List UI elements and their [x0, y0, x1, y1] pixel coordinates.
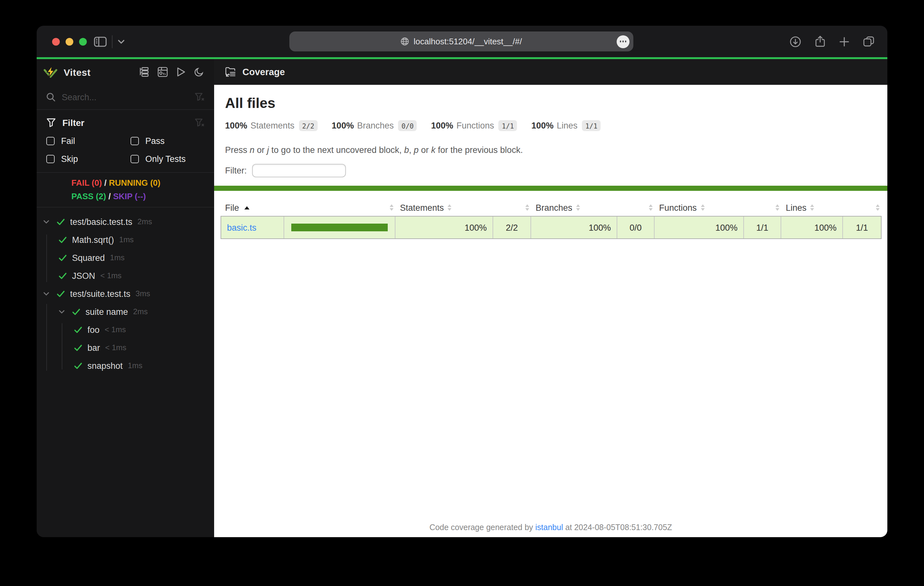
fraction-badge: 1/1	[499, 120, 517, 131]
toolbar-divider	[112, 35, 112, 48]
tree-item-file[interactable]: test/basic.test.ts 2ms	[37, 213, 214, 230]
tree-item-test[interactable]: foo < 1ms	[37, 321, 214, 339]
checkbox-label: Only Tests	[145, 154, 186, 164]
pass-check-icon	[74, 362, 87, 369]
coverage-panel: Coverage All files 100%Statements2/2 100…	[214, 59, 887, 537]
minimize-window-button[interactable]	[66, 38, 73, 45]
close-window-button[interactable]	[52, 38, 60, 45]
coverage-summary: 100%Statements2/2 100%Branches0/0 100%Fu…	[225, 120, 876, 131]
tree-item-test[interactable]: Math.sqrt() 1ms	[37, 230, 214, 249]
sort-icon[interactable]	[810, 204, 814, 211]
pass-check-icon	[74, 326, 87, 333]
dashboard-icon[interactable]	[158, 67, 168, 77]
statements-raw-cell: 2/2	[493, 217, 531, 239]
filter-checkbox-only-tests[interactable]: Only Tests	[130, 154, 205, 164]
address-bar[interactable]: localhost:51204/__vitest__/#/	[289, 31, 634, 51]
coverage-status-strip	[214, 186, 887, 191]
checkbox-icon[interactable]	[130, 137, 139, 145]
filter-section-title: Filter	[63, 118, 84, 128]
chevron-down-icon[interactable]	[43, 219, 56, 224]
checkbox-label: Fail	[61, 136, 75, 146]
chevron-down-icon[interactable]	[118, 39, 125, 44]
new-tab-icon[interactable]	[839, 36, 850, 46]
tree-item-test[interactable]: JSON < 1ms	[37, 267, 214, 285]
test-duration: 3ms	[136, 289, 150, 298]
test-duration: 1ms	[119, 235, 134, 244]
chevron-down-icon[interactable]	[58, 309, 72, 314]
coverage-title: Coverage	[243, 67, 285, 77]
tree-item-test[interactable]: snapshot 1ms	[37, 357, 214, 375]
keyboard-hint: Press n or j to go to the next uncovered…	[225, 145, 876, 155]
checkbox-icon[interactable]	[46, 155, 54, 163]
coverage-bar	[291, 224, 388, 231]
summary-line-2: PASS (2) / SKIP (--)	[71, 189, 214, 203]
branches-pct-cell: 100%	[531, 217, 617, 239]
share-icon[interactable]	[815, 35, 826, 48]
column-header-branches[interactable]: Branches	[531, 203, 655, 212]
filter-checkbox-fail[interactable]: Fail	[46, 136, 130, 146]
dark-mode-icon[interactable]	[194, 67, 204, 77]
checkbox-icon[interactable]	[130, 155, 139, 163]
test-label: suite name	[86, 307, 128, 316]
column-header-file[interactable]: File	[221, 203, 396, 212]
tree-item-suite[interactable]: suite name 2ms	[37, 303, 214, 321]
column-header-lines[interactable]: Lines	[781, 203, 881, 212]
column-header-statements[interactable]: Statements	[396, 203, 531, 212]
chevron-down-icon[interactable]	[43, 291, 56, 296]
zoom-window-button[interactable]	[79, 38, 87, 45]
sort-icon[interactable]	[576, 204, 580, 211]
sort-icon[interactable]	[525, 204, 529, 211]
sort-asc-icon	[244, 206, 249, 209]
test-duration: 1ms	[128, 361, 142, 370]
search-input[interactable]	[62, 92, 188, 102]
statements-pct-cell: 100%	[396, 217, 493, 239]
file-cell: basic.ts	[221, 217, 284, 239]
lines-pct-cell: 100%	[781, 217, 843, 239]
checkbox-label: Skip	[61, 154, 78, 164]
downloads-icon[interactable]	[790, 36, 801, 47]
sidebar-toggle-icon[interactable]	[94, 37, 107, 47]
file-link[interactable]: basic.ts	[227, 223, 257, 232]
column-header-functions[interactable]: Functions	[655, 203, 781, 212]
tree-guide-line	[46, 235, 47, 282]
summary-functions: 100%Functions1/1	[431, 120, 517, 131]
test-label: foo	[87, 325, 100, 334]
filter-label: Filter:	[225, 166, 247, 175]
coverage-footer: Code coverage generated by istanbul at 2…	[214, 523, 887, 532]
summary-line-1: FAIL (0) / RUNNING (0)	[71, 176, 214, 189]
sort-icon[interactable]	[448, 204, 452, 211]
globe-icon	[401, 37, 409, 46]
test-duration: 2ms	[133, 307, 148, 316]
pass-check-icon	[58, 272, 72, 279]
sort-icon[interactable]	[649, 204, 653, 211]
sort-icon[interactable]	[389, 204, 394, 211]
collapse-tree-icon[interactable]	[139, 67, 149, 77]
checkbox-icon[interactable]	[46, 137, 54, 145]
tree-item-test[interactable]: bar < 1ms	[37, 339, 214, 357]
running-count: RUNNING (0)	[109, 178, 160, 188]
fraction-badge: 1/1	[582, 120, 601, 131]
clear-filters-icon[interactable]	[195, 118, 205, 127]
test-duration: < 1ms	[105, 325, 126, 334]
clear-search-filter-icon[interactable]	[195, 92, 205, 102]
tab-overview-icon[interactable]	[863, 36, 874, 47]
filter-icon	[46, 118, 56, 127]
istanbul-link[interactable]: istanbul	[535, 523, 563, 532]
sort-icon[interactable]	[776, 204, 779, 211]
filter-checkbox-pass[interactable]: Pass	[130, 136, 205, 146]
fail-count: FAIL (0)	[71, 178, 102, 188]
table-row: basic.ts 100% 2/2 100% 0/0 100% 1/1 100%	[221, 216, 881, 239]
tree-item-file[interactable]: test/suite.test.ts 3ms	[37, 285, 214, 303]
address-bar-url: localhost:51204/__vitest__/#/	[414, 37, 522, 46]
tree-item-test[interactable]: Squared 1ms	[37, 249, 214, 267]
branches-raw-cell: 0/0	[617, 217, 655, 239]
run-all-icon[interactable]	[176, 67, 186, 77]
sort-icon[interactable]	[876, 204, 879, 211]
sort-icon[interactable]	[701, 204, 705, 211]
test-label: test/basic.test.ts	[70, 217, 132, 227]
file-filter-input[interactable]	[252, 164, 346, 177]
footer-text: Code coverage generated by	[429, 523, 535, 532]
pass-check-icon	[56, 290, 70, 297]
page-more-button[interactable]	[617, 35, 630, 48]
filter-checkbox-skip[interactable]: Skip	[46, 154, 130, 164]
